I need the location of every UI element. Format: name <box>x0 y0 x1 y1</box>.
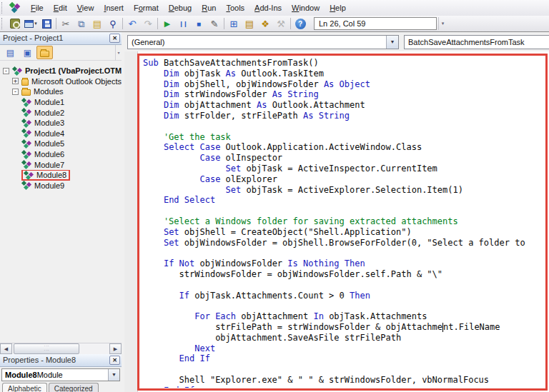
insert-userform-icon <box>24 20 34 28</box>
menu-bar: FileEditViewInsertFormatDebugRunToolsAdd… <box>0 0 549 16</box>
properties-object-selector[interactable]: Module8 Module ▼ <box>1 368 120 381</box>
chevron-down-icon[interactable]: ▼ <box>108 369 119 381</box>
menu-addins[interactable]: Add-Ins <box>249 1 287 14</box>
menu-help[interactable]: Help <box>325 1 351 14</box>
procedure-dropdown[interactable]: BatchSaveAttachmentsFromTask <box>404 35 549 49</box>
properties-window-button[interactable]: ▤ <box>242 16 257 31</box>
code-editor[interactable]: Sub BatchSaveAttachmentsFromTask() Dim o… <box>143 58 545 388</box>
menu-format[interactable]: Format <box>129 1 164 14</box>
object-browser-button[interactable]: ❖ <box>257 16 273 31</box>
chevron-down-icon[interactable]: ▼ <box>386 36 398 49</box>
toolbar-separator <box>224 18 224 29</box>
toolbar-grip[interactable] <box>1 18 5 29</box>
properties-tabs: Alphabetic Categorized <box>0 383 122 392</box>
vba-app-icon <box>9 2 21 14</box>
design-mode-button[interactable]: ✎ <box>207 16 222 31</box>
collapse-icon[interactable]: - <box>3 68 9 74</box>
toolbar-grip[interactable] <box>1 2 5 14</box>
collapse-icon[interactable]: - <box>12 89 19 95</box>
scrollbar-thumb[interactable] <box>14 343 79 354</box>
module-icon <box>21 129 31 137</box>
tab-categorized[interactable]: Categorized <box>49 383 99 392</box>
save-icon <box>42 19 51 29</box>
find-button[interactable]: ⚲ <box>105 16 121 31</box>
toolbar-separator <box>157 18 158 29</box>
paste-button[interactable]: ▤ <box>89 16 105 31</box>
view-code-button[interactable]: ▤ <box>2 46 19 59</box>
tree-item-module1[interactable]: Module1 <box>0 97 122 108</box>
tree-item-label: Project1 (VbaProject.OTM) <box>25 66 122 75</box>
project-explorer-button[interactable]: ⊞ <box>226 16 242 31</box>
code-line: Dim objTask As Outlook.TaskItem <box>143 69 545 79</box>
code-margin-indicator-bar[interactable] <box>124 51 138 392</box>
run-button[interactable]: ▶ <box>159 16 175 31</box>
tree-item-module4[interactable]: Module4 <box>0 129 122 139</box>
properties-panel-title: Properties - Module8 <box>3 356 76 364</box>
line-column-indicator[interactable]: Ln 26, Col 59 <box>314 17 437 30</box>
tree-item-label: Microsoft Outlook Objects <box>31 77 122 86</box>
menu-edit[interactable]: Edit <box>49 1 72 14</box>
code-line: strFilePath = strWindowsFolder & objAtta… <box>143 322 545 333</box>
folder-icon <box>21 79 29 86</box>
scroll-right-icon[interactable]: ▶ <box>109 343 122 354</box>
code-line: 'Select a Windows folder for saving extr… <box>143 216 545 227</box>
scrollbar-track[interactable] <box>12 343 109 354</box>
menu-window[interactable]: Window <box>287 1 325 14</box>
reset-button[interactable]: ■ <box>191 16 207 31</box>
menu-insert[interactable]: Insert <box>99 1 129 14</box>
toggle-folders-button[interactable] <box>36 46 53 59</box>
view-outlook-button[interactable] <box>7 16 23 31</box>
view-object-button[interactable]: ▣ <box>19 46 36 59</box>
code-line: If Not objWindowsFolder Is Nothing Then <box>143 258 545 269</box>
redo-button[interactable]: ↷ <box>140 16 156 31</box>
help-button[interactable]: ? <box>292 16 308 31</box>
tree-item-outlook-objects[interactable]: + Microsoft Outlook Objects <box>0 76 122 87</box>
save-button[interactable] <box>39 16 54 31</box>
code-line: Case olInspector <box>143 153 545 164</box>
break-button[interactable]: ❙❙ <box>175 16 191 31</box>
toolbar-overflow-chevron[interactable]: ▾ <box>438 17 447 30</box>
copy-button[interactable]: ⧉ <box>74 16 89 31</box>
project-panel-title-bar: Project - Project1 ✕ <box>0 32 122 45</box>
procedure-dropdown-value: BatchSaveAttachmentsFromTask <box>408 38 525 46</box>
close-icon[interactable]: ✕ <box>109 34 120 43</box>
reset-icon: ■ <box>197 19 201 29</box>
tree-item-module2[interactable]: Module2 <box>0 107 122 118</box>
undo-icon: ↶ <box>129 19 137 29</box>
insert-userform-button[interactable]: ▾ <box>23 16 39 31</box>
tree-item-module6[interactable]: Module6 <box>0 149 122 160</box>
code-line: Dim objShell, objWindowsFolder As Object <box>143 79 545 90</box>
tree-item-module8[interactable]: Module8 <box>0 170 122 181</box>
expand-icon[interactable]: + <box>12 78 19 84</box>
code-line <box>143 301 545 311</box>
tree-item-project-root[interactable]: - Project1 (VbaProject.OTM) <box>0 66 122 76</box>
close-icon[interactable]: ✕ <box>109 356 120 365</box>
tree-item-module5[interactable]: Module5 <box>0 139 122 149</box>
undo-button[interactable]: ↶ <box>124 16 140 31</box>
project-panel-title: Project - Project1 <box>3 34 63 42</box>
menu-file[interactable]: File <box>26 1 49 14</box>
chevron-down-icon[interactable]: ▾ <box>34 21 37 26</box>
object-dropdown[interactable]: (General) ▼ <box>127 35 399 49</box>
cut-button[interactable]: ✂ <box>58 16 74 31</box>
toolbox-button[interactable]: ⚒ <box>273 16 289 31</box>
tree-item-label: Module2 <box>34 109 64 117</box>
tab-alphabetic[interactable]: Alphabetic <box>2 383 47 392</box>
menu-run[interactable]: Run <box>197 1 221 14</box>
panel-toolbar-overflow-chevron[interactable]: ▾ <box>115 45 122 61</box>
menu-view[interactable]: View <box>72 1 99 14</box>
menu-tools[interactable]: Tools <box>221 1 249 14</box>
view-code-icon: ▤ <box>6 48 14 58</box>
code-line: Dim objAttachment As Outlook.Attachment <box>143 100 545 111</box>
tree-item-modules-folder[interactable]: - Modules <box>0 86 122 97</box>
menu-debug[interactable]: Debug <box>164 1 197 14</box>
tree-item-module3[interactable]: Module3 <box>0 118 122 129</box>
scroll-left-icon[interactable]: ◀ <box>0 343 12 354</box>
code-line: objAttachment.SaveAsFile strFilePath <box>143 333 545 343</box>
tree-item-module7[interactable]: Module7 <box>0 159 122 170</box>
toolbar-separator <box>56 18 56 29</box>
tree-item-label: Module3 <box>34 119 64 127</box>
tree-item-module9[interactable]: Module9 <box>0 181 122 191</box>
project-horizontal-scrollbar[interactable]: ◀ ▶ <box>0 343 122 354</box>
code-window: (General) ▼ BatchSaveAttachmentsFromTask… <box>122 32 549 392</box>
